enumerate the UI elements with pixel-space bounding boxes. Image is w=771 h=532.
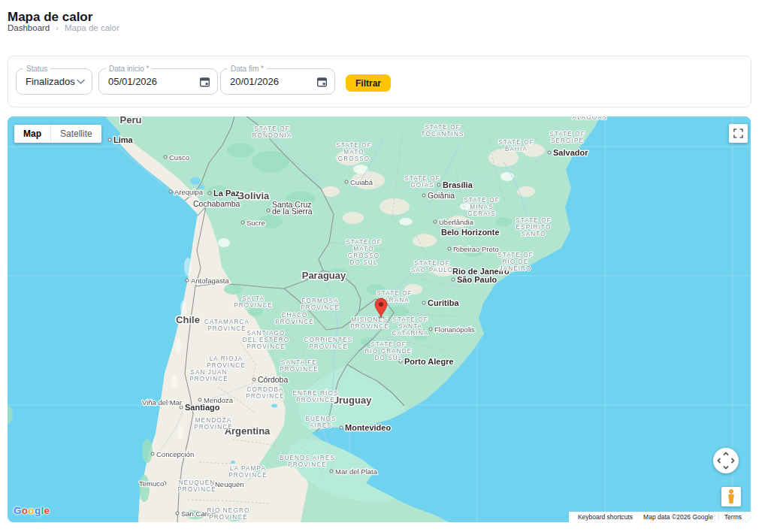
city-dot: [176, 512, 179, 515]
map-label: Paraguay: [302, 270, 346, 281]
pan-arrows-icon: [716, 451, 736, 470]
city-dot: [267, 209, 270, 212]
calendar-icon[interactable]: [199, 76, 210, 87]
map-label: Florianópolis: [434, 325, 475, 334]
map-label: NEUQUÉNPROVINCE: [177, 479, 216, 493]
map-label: Salvador: [553, 148, 588, 157]
map-label: Peru: [120, 116, 142, 125]
map-label: CORRIENTESPROVINCE: [304, 337, 353, 350]
map-label: Montevideo: [345, 423, 391, 432]
map-label: Curitiba: [428, 298, 459, 307]
map-label: Mendoza: [204, 396, 234, 404]
fullscreen-icon: [733, 128, 743, 138]
pan-control[interactable]: [713, 448, 739, 473]
city-dot: [422, 194, 425, 197]
map-svg: PeruBoliviaChileParaguayArgentinaUruguay…: [8, 116, 751, 522]
map-label: Neuquen: [215, 480, 244, 488]
filter-card: Status Finalizados Data inicio * 05/01/2…: [8, 56, 751, 107]
terms-link[interactable]: Terms: [718, 513, 747, 521]
map-label: Mar del Plata: [335, 467, 378, 476]
city-dot: [422, 301, 425, 304]
date-end-field[interactable]: Data fim * 20/01/2026: [220, 68, 335, 95]
map-label: Uberlândia: [439, 218, 474, 226]
breadcrumb-current-page: Mapa de calor: [65, 23, 119, 32]
chevron-down-icon: [77, 79, 85, 84]
map-label: LA RIOJAPROVINCE: [207, 355, 246, 369]
pegman-streetview[interactable]: [721, 487, 741, 506]
city-dot: [169, 190, 172, 193]
map-type-control: Map Satellite: [14, 125, 101, 143]
google-logo[interactable]: Google: [14, 505, 50, 516]
map-label: Brasília: [443, 180, 473, 189]
map-label: Temuco: [139, 479, 164, 488]
calendar-icon[interactable]: [316, 76, 328, 87]
map-label: Cuiabá: [350, 178, 373, 186]
map-label: STATE OFESPÍRITOSANTO: [516, 217, 552, 237]
city-dot: [437, 183, 440, 186]
city-dot: [345, 180, 348, 183]
map-label: São Paulo: [457, 275, 497, 284]
map-label: SANTA FEPROVINCE: [280, 359, 319, 373]
map-label: Porto Alegre: [404, 357, 454, 366]
fullscreen-button[interactable]: [729, 124, 748, 143]
status-label: Status: [23, 65, 50, 73]
filtrar-button[interactable]: Filtrar: [346, 74, 391, 92]
map-type-satellite-button[interactable]: Satellite: [50, 125, 101, 143]
map-label: STATE OFMATOGROSSODO SUL: [346, 239, 382, 266]
map-label: Viña del Mar: [142, 398, 182, 407]
city-dot: [186, 279, 189, 282]
date-start-field[interactable]: Data inicio * 05/01/2026: [98, 68, 218, 95]
map-label: La Paz: [213, 189, 240, 198]
map-label: Belo Horizonte: [441, 228, 500, 237]
map-label: SAN JUANPROVINCE: [189, 369, 228, 382]
map-label: Lima: [113, 135, 134, 144]
breadcrumb-dashboard[interactable]: Dashboard: [8, 23, 50, 32]
city-dot: [164, 156, 167, 159]
map-label: LA PAMPAPROVINCE: [228, 465, 268, 479]
map-label: STATE OFTOCANTINS: [421, 124, 464, 138]
map-label: MISIONESPROVINCE: [350, 316, 389, 330]
map-label: Chile: [176, 314, 200, 325]
city-dot: [252, 378, 255, 381]
breadcrumb-separator-icon: ›: [56, 23, 59, 32]
map-type-map-button[interactable]: Map: [14, 125, 50, 143]
map-label: Santa Cruzde la Sierra: [272, 200, 313, 216]
city-dot: [198, 398, 201, 401]
keyboard-shortcuts-link[interactable]: Keyboard shortcuts: [573, 513, 638, 521]
map-label: Bolivia: [237, 190, 270, 201]
status-select[interactable]: Status Finalizados: [16, 68, 92, 95]
city-dot: [429, 328, 432, 331]
map-copyright: Map data ©2026 Google: [638, 513, 718, 521]
map-canvas[interactable]: PeruBoliviaChileParaguayArgentinaUruguay…: [8, 116, 751, 522]
google-logo-letter: e: [44, 505, 50, 516]
date-start-label: Data inicio *: [106, 65, 152, 73]
city-dot: [452, 278, 455, 281]
map-label: SANTIAGODEL ESTEROPROVINCE: [243, 330, 290, 350]
map-label: Arequipa: [174, 188, 204, 196]
city-dot: [448, 247, 451, 250]
map-label: ALAGOAS: [573, 116, 608, 121]
map-label: Sucre: [246, 219, 265, 227]
pegman-icon: [726, 489, 736, 504]
map-label: MENDOZAPROVINCE: [194, 417, 233, 431]
map-label: STATE OFRIO DEJANEIRO: [497, 252, 534, 272]
map-label: Goiânia: [428, 191, 455, 200]
map-label: Ribeirao Preto: [453, 245, 499, 253]
city-dot: [241, 221, 244, 224]
date-end-label: Data fim *: [228, 65, 267, 73]
map-label: Cusco: [169, 153, 189, 162]
map-label: CATAMARCAPROVINCE: [204, 319, 249, 332]
city-dot: [330, 470, 333, 473]
map-label: Cochabamba: [193, 199, 240, 208]
city-dot: [151, 452, 154, 455]
city-dot: [340, 426, 343, 429]
city-dot: [434, 220, 437, 223]
city-dot: [108, 138, 111, 141]
map-label: ENTRE RÍOSPROVINCE: [292, 389, 338, 404]
google-logo-letter: G: [14, 505, 22, 516]
page: Mapa de calor Dashboard › Mapa de calor …: [0, 0, 771, 532]
map-label: STATE OFSÃO PAULO: [411, 260, 454, 274]
map-label: FORMOSAPROVINCE: [301, 298, 340, 311]
map-label: CÓRDOBAPROVINCE: [246, 385, 285, 400]
city-dot: [208, 192, 211, 195]
